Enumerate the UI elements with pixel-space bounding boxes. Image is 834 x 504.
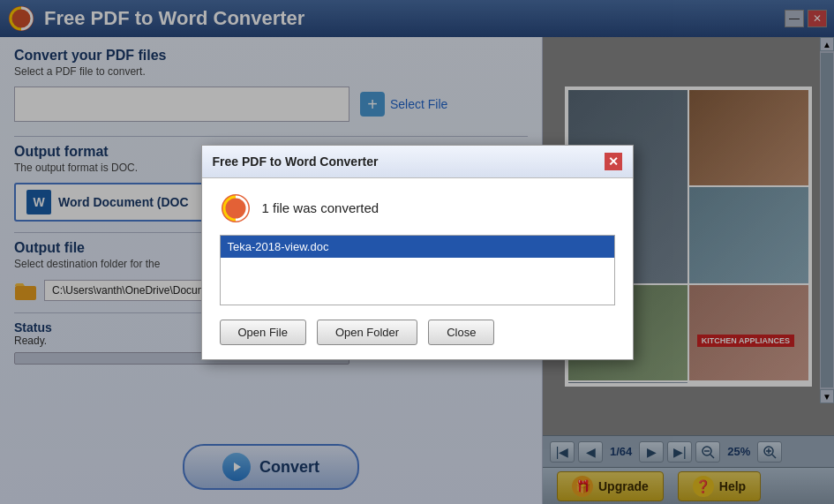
dialog-status-text: 1 file was converted <box>262 200 379 215</box>
dialog-body: 1 file was converted Teka-2018-view.doc … <box>202 178 633 359</box>
dialog-status-row: 1 file was converted <box>220 192 615 224</box>
open-file-button[interactable]: Open File <box>220 320 306 345</box>
dialog-close-button[interactable]: ✕ <box>605 153 622 170</box>
dialog-file-item[interactable]: Teka-2018-view.doc <box>221 236 614 258</box>
dialog-title: Free PDF to Word Converter <box>213 154 379 169</box>
dialog: Free PDF to Word Converter ✕ 1 file was … <box>201 145 634 360</box>
svg-point-10 <box>222 194 250 222</box>
open-folder-button[interactable]: Open Folder <box>317 320 417 345</box>
dialog-titlebar: Free PDF to Word Converter ✕ <box>202 146 633 178</box>
dialog-overlay: Free PDF to Word Converter ✕ 1 file was … <box>0 0 834 504</box>
dialog-logo-icon <box>220 192 252 224</box>
dialog-filelist: Teka-2018-view.doc <box>220 235 615 305</box>
dialog-close-btn[interactable]: Close <box>428 320 494 345</box>
dialog-buttons: Open File Open Folder Close <box>220 320 615 345</box>
